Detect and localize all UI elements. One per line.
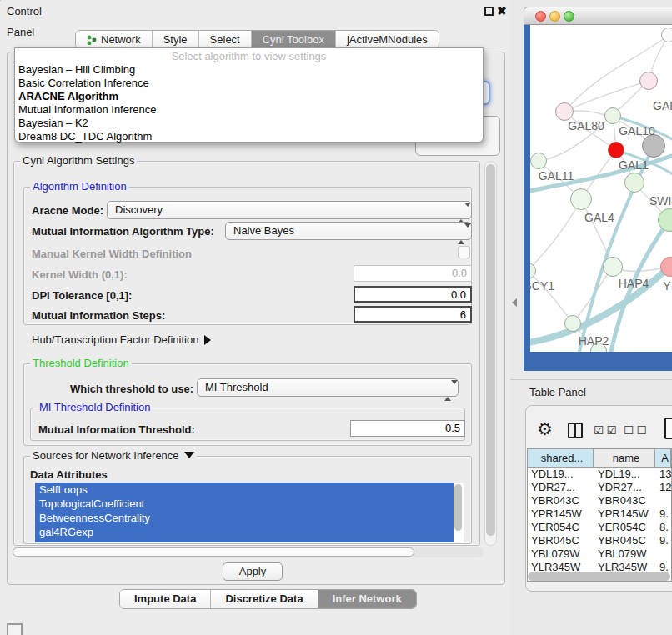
list-scrollbar[interactable] (454, 484, 462, 531)
tab-select[interactable]: Select (199, 31, 252, 48)
algorithm-option[interactable]: Bayesian – K2 (15, 117, 483, 130)
settings-horizontal-scrollbar[interactable] (12, 547, 484, 558)
float-window-icon[interactable] (484, 7, 494, 16)
select-all-checkboxes-icon[interactable]: ☑☑ (594, 423, 619, 437)
settings-vertical-scrollbar[interactable] (484, 161, 497, 546)
aracne-mode-value: Discovery (115, 203, 163, 216)
tab-style[interactable]: Style (153, 31, 199, 48)
column-header-a[interactable]: A (655, 449, 671, 468)
aracne-mode-label: Aracne Mode: (32, 204, 103, 217)
network-node[interactable] (570, 188, 592, 210)
bottom-left-grip[interactable] (7, 623, 23, 635)
table-cell: YDR27... (528, 481, 594, 494)
dpi-tolerance-label: DPI Tolerance [0,1]: (32, 289, 132, 302)
attribute-item[interactable]: SelfLoops (35, 482, 454, 497)
table-cell: 12 (655, 481, 671, 494)
algorithm-option[interactable]: ARACNE Algorithm (15, 90, 483, 103)
tab-cyni-toolbox[interactable]: Cyni Toolbox (252, 31, 336, 48)
table-body: YDL19...YDL19...13YDR27...YDR27...12YBR0… (528, 468, 671, 582)
table-cell: YBR045C (528, 534, 594, 548)
attribute-item-partial (35, 539, 454, 542)
network-node[interactable] (642, 134, 665, 158)
apply-button[interactable]: Apply (223, 562, 283, 581)
hub-section-toggle[interactable]: Hub/Transcription Factor Definition (32, 333, 211, 346)
minimize-traffic-light-icon[interactable] (549, 11, 560, 22)
table-cell: YER054C (594, 521, 655, 534)
table-row[interactable]: YBR043CYBR043C (528, 494, 671, 508)
table-row[interactable]: YER054CYER054C8. (528, 521, 671, 534)
dpi-tolerance-input[interactable]: 0.0 (354, 286, 472, 302)
table-cell: YBL079W (528, 548, 594, 561)
tab-impute-data[interactable]: Impute Data (120, 590, 211, 608)
attribute-item[interactable]: TopologicalCoefficient (35, 497, 454, 511)
algorithm-option[interactable]: Mutual Information Inference (15, 103, 483, 117)
close-icon[interactable]: ✖ (497, 4, 507, 18)
tab-infer-network[interactable]: Infer Network (318, 590, 416, 608)
table-row[interactable]: YDR27...YDR27...12 (528, 481, 671, 494)
which-threshold-label: Which threshold to use: (70, 382, 193, 395)
algorithm-option[interactable]: Bayesian – Hill Climbing (15, 63, 483, 77)
tab-jactivemnodules[interactable]: jActiveMNodules (336, 31, 439, 48)
algorithm-popup-list: Bayesian – Hill ClimbingBasic Correlatio… (15, 63, 483, 143)
mi-steps-input[interactable]: 6 (354, 306, 472, 322)
zoom-traffic-light-icon[interactable] (564, 11, 574, 22)
table-cell: 9. (655, 534, 671, 548)
mi-threshold-group-title: MI Threshold Definition (37, 402, 153, 413)
document-icon[interactable] (664, 418, 672, 439)
node-label: HAP2 (579, 334, 609, 348)
column-header-name[interactable]: name (594, 449, 655, 468)
network-window-titlebar[interactable] (524, 7, 672, 25)
tab-network[interactable]: Network (76, 31, 153, 48)
mi-algorithm-type-select[interactable]: Naive Bayes (225, 222, 472, 240)
aracne-mode-select[interactable]: Discovery (107, 201, 472, 219)
table-row[interactable]: YPR145WYPR145W9. (528, 508, 671, 521)
table-horizontal-scrollbar[interactable] (528, 572, 670, 581)
algorithm-popup-placeholder: Select algorithm to view settings (15, 50, 483, 63)
algorithm-option[interactable]: Basic Correlation Inference (15, 77, 483, 90)
mi-algorithm-type-value: Naive Bayes (233, 224, 294, 237)
network-node[interactable] (624, 172, 644, 192)
table-row[interactable]: YBR045CYBR045C9. (528, 534, 671, 548)
manual-kernel-checkbox[interactable] (458, 246, 470, 258)
network-node[interactable] (603, 257, 623, 277)
sources-group-toggle[interactable]: Sources for Network Inference (30, 450, 197, 462)
node-label: Y (663, 279, 670, 292)
sources-group-title: Sources for Network Inference (33, 449, 179, 462)
node-attribute-table[interactable]: shared...nameA YDL19...YDL19...13YDR27..… (527, 448, 672, 582)
bottom-tab-bar: Impute DataDiscretize DataInfer Network (119, 589, 417, 609)
which-threshold-select[interactable]: MI Threshold (197, 378, 459, 397)
network-node[interactable] (604, 108, 621, 124)
column-header-shared[interactable]: shared... (528, 449, 594, 468)
network-node[interactable] (530, 152, 547, 169)
table-cell: YDR27... (594, 481, 655, 494)
deselect-all-checkboxes-icon[interactable]: ☐☐ (624, 423, 649, 437)
network-view-window: GALGAL80GAL10GAL1GAL11GAL4SWI4GCY1HAP4YH… (524, 7, 672, 371)
column-browser-icon[interactable] (568, 422, 583, 438)
network-node[interactable] (555, 102, 574, 121)
gear-icon[interactable]: ⚙ (537, 419, 553, 439)
kernel-width-label: Kernel Width (0,1): (32, 268, 128, 281)
which-threshold-value: MI Threshold (205, 381, 268, 393)
node-label: GAL80 (568, 119, 604, 132)
top-tab-bar: NetworkStyleSelectCyni ToolboxjActiveMNo… (75, 30, 439, 49)
table-cell: 9. (655, 508, 671, 521)
network-node[interactable] (661, 28, 672, 42)
table-cell: YBL079W (594, 548, 655, 561)
kernel-width-input: 0.0 (354, 265, 472, 282)
network-node[interactable] (639, 72, 658, 90)
network-node[interactable] (564, 315, 581, 332)
data-attributes-list[interactable]: SelfLoopsTopologicalCoefficientBetweenne… (35, 482, 464, 542)
network-node[interactable] (608, 142, 624, 158)
network-canvas[interactable]: GALGAL80GAL10GAL1GAL11GAL4SWI4GCY1HAP4YH… (530, 25, 672, 352)
algorithm-option[interactable]: Dream8 DC_TDC Algorithm (15, 130, 483, 143)
mi-threshold-input[interactable]: 0.5 (350, 420, 465, 437)
mi-algorithm-type-label: Mutual Information Algorithm Type: (32, 225, 214, 238)
table-row[interactable]: YDL19...YDL19...13 (528, 468, 671, 481)
tab-discretize-data[interactable]: Discretize Data (211, 590, 318, 608)
close-traffic-light-icon[interactable] (535, 11, 546, 22)
attribute-item[interactable]: BetweennessCentrality (35, 511, 454, 525)
attribute-item[interactable]: gal4RGexp (35, 525, 454, 539)
collapse-down-icon (184, 452, 194, 458)
panel-divider-arrow-icon[interactable] (512, 298, 517, 307)
table-row[interactable]: YBL079WYBL079W (528, 548, 671, 561)
